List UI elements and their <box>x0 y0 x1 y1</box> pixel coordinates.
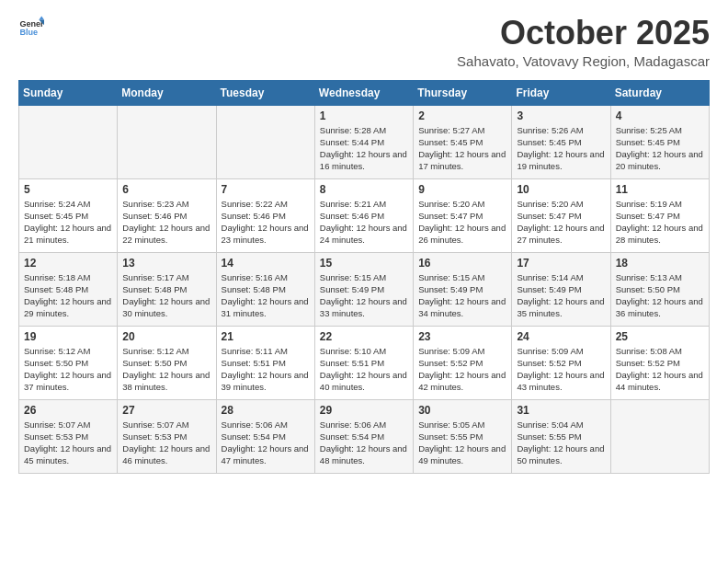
day-info: Sunrise: 5:20 AMSunset: 5:47 PMDaylight:… <box>517 198 605 247</box>
calendar-cell: 16Sunrise: 5:15 AMSunset: 5:49 PMDayligh… <box>414 252 512 326</box>
day-info: Sunrise: 5:15 AMSunset: 5:49 PMDaylight:… <box>418 271 506 320</box>
day-info: Sunrise: 5:10 AMSunset: 5:51 PMDaylight:… <box>320 345 408 394</box>
calendar-cell: 15Sunrise: 5:15 AMSunset: 5:49 PMDayligh… <box>314 252 413 326</box>
day-number: 5 <box>24 183 112 196</box>
day-number: 20 <box>122 330 210 343</box>
logo: General Blue <box>18 15 44 40</box>
day-number: 11 <box>616 183 704 196</box>
calendar-cell: 28Sunrise: 5:06 AMSunset: 5:54 PMDayligh… <box>216 399 314 473</box>
day-info: Sunrise: 5:14 AMSunset: 5:49 PMDaylight:… <box>517 271 605 320</box>
day-info: Sunrise: 5:07 AMSunset: 5:53 PMDaylight:… <box>122 419 210 467</box>
day-info: Sunrise: 5:27 AMSunset: 5:45 PMDaylight:… <box>418 124 506 173</box>
calendar-cell: 29Sunrise: 5:06 AMSunset: 5:54 PMDayligh… <box>314 399 413 473</box>
calendar-cell <box>216 105 314 178</box>
day-info: Sunrise: 5:12 AMSunset: 5:50 PMDaylight:… <box>24 345 112 394</box>
day-info: Sunrise: 5:28 AMSunset: 5:44 PMDaylight:… <box>320 124 408 173</box>
day-info: Sunrise: 5:09 AMSunset: 5:52 PMDaylight:… <box>418 345 506 394</box>
day-info: Sunrise: 5:06 AMSunset: 5:54 PMDaylight:… <box>222 419 310 467</box>
day-number: 30 <box>418 404 506 417</box>
day-number: 7 <box>222 183 310 196</box>
day-of-week-header: Saturday <box>610 80 709 105</box>
day-info: Sunrise: 5:15 AMSunset: 5:49 PMDaylight:… <box>320 271 408 320</box>
calendar-cell: 20Sunrise: 5:12 AMSunset: 5:50 PMDayligh… <box>118 326 216 399</box>
day-info: Sunrise: 5:23 AMSunset: 5:46 PMDaylight:… <box>122 198 210 247</box>
location-title: Sahavato, Vatovavy Region, Madagascar <box>457 53 710 69</box>
calendar-cell: 8Sunrise: 5:21 AMSunset: 5:46 PMDaylight… <box>314 178 413 252</box>
day-number: 12 <box>24 257 112 270</box>
day-info: Sunrise: 5:20 AMSunset: 5:47 PMDaylight:… <box>418 198 506 247</box>
calendar-cell: 2Sunrise: 5:27 AMSunset: 5:45 PMDaylight… <box>414 105 512 178</box>
calendar-cell: 1Sunrise: 5:28 AMSunset: 5:44 PMDaylight… <box>314 105 413 178</box>
day-number: 17 <box>517 257 605 270</box>
calendar-cell: 12Sunrise: 5:18 AMSunset: 5:48 PMDayligh… <box>19 252 118 326</box>
calendar-cell: 18Sunrise: 5:13 AMSunset: 5:50 PMDayligh… <box>610 252 709 326</box>
day-info: Sunrise: 5:04 AMSunset: 5:55 PMDaylight:… <box>517 419 605 467</box>
day-info: Sunrise: 5:19 AMSunset: 5:47 PMDaylight:… <box>616 198 704 247</box>
day-number: 3 <box>517 109 605 122</box>
day-of-week-header: Wednesday <box>314 80 413 105</box>
calendar-cell: 3Sunrise: 5:26 AMSunset: 5:45 PMDaylight… <box>512 105 610 178</box>
day-number: 15 <box>320 257 408 270</box>
calendar-cell: 5Sunrise: 5:24 AMSunset: 5:45 PMDaylight… <box>19 178 118 252</box>
calendar-cell: 6Sunrise: 5:23 AMSunset: 5:46 PMDaylight… <box>118 178 216 252</box>
calendar-cell <box>118 105 216 178</box>
day-number: 16 <box>418 257 506 270</box>
calendar-cell: 25Sunrise: 5:08 AMSunset: 5:52 PMDayligh… <box>610 326 709 399</box>
month-title: October 2025 <box>457 15 710 52</box>
day-info: Sunrise: 5:18 AMSunset: 5:48 PMDaylight:… <box>24 271 112 320</box>
calendar-table: SundayMondayTuesdayWednesdayThursdayFrid… <box>18 80 710 474</box>
day-number: 24 <box>517 330 605 343</box>
day-number: 19 <box>24 330 112 343</box>
title-block: October 2025 Sahavato, Vatovavy Region, … <box>457 15 710 69</box>
day-info: Sunrise: 5:12 AMSunset: 5:50 PMDaylight:… <box>122 345 210 394</box>
day-info: Sunrise: 5:06 AMSunset: 5:54 PMDaylight:… <box>320 419 408 467</box>
calendar-cell: 9Sunrise: 5:20 AMSunset: 5:47 PMDaylight… <box>414 178 512 252</box>
calendar-cell: 17Sunrise: 5:14 AMSunset: 5:49 PMDayligh… <box>512 252 610 326</box>
day-of-week-header: Monday <box>118 80 216 105</box>
calendar-cell: 19Sunrise: 5:12 AMSunset: 5:50 PMDayligh… <box>19 326 118 399</box>
calendar-cell: 26Sunrise: 5:07 AMSunset: 5:53 PMDayligh… <box>19 399 118 473</box>
day-number: 25 <box>616 330 704 343</box>
calendar-cell: 4Sunrise: 5:25 AMSunset: 5:45 PMDaylight… <box>610 105 709 178</box>
calendar-cell: 30Sunrise: 5:05 AMSunset: 5:55 PMDayligh… <box>414 399 512 473</box>
calendar-cell: 21Sunrise: 5:11 AMSunset: 5:51 PMDayligh… <box>216 326 314 399</box>
day-info: Sunrise: 5:13 AMSunset: 5:50 PMDaylight:… <box>616 271 704 320</box>
day-number: 14 <box>222 257 310 270</box>
day-of-week-header: Thursday <box>414 80 512 105</box>
calendar-cell: 31Sunrise: 5:04 AMSunset: 5:55 PMDayligh… <box>512 399 610 473</box>
day-number: 27 <box>122 404 210 417</box>
day-of-week-header: Friday <box>512 80 610 105</box>
day-of-week-header: Tuesday <box>216 80 314 105</box>
calendar-cell: 10Sunrise: 5:20 AMSunset: 5:47 PMDayligh… <box>512 178 610 252</box>
day-info: Sunrise: 5:16 AMSunset: 5:48 PMDaylight:… <box>222 271 310 320</box>
day-info: Sunrise: 5:26 AMSunset: 5:45 PMDaylight:… <box>517 124 605 173</box>
calendar-cell: 24Sunrise: 5:09 AMSunset: 5:52 PMDayligh… <box>512 326 610 399</box>
day-number: 13 <box>122 257 210 270</box>
day-info: Sunrise: 5:24 AMSunset: 5:45 PMDaylight:… <box>24 198 112 247</box>
logo-icon: General Blue <box>18 15 44 40</box>
day-info: Sunrise: 5:22 AMSunset: 5:46 PMDaylight:… <box>222 198 310 247</box>
calendar-cell: 22Sunrise: 5:10 AMSunset: 5:51 PMDayligh… <box>314 326 413 399</box>
day-info: Sunrise: 5:05 AMSunset: 5:55 PMDaylight:… <box>418 419 506 467</box>
day-info: Sunrise: 5:11 AMSunset: 5:51 PMDaylight:… <box>222 345 310 394</box>
calendar-cell: 11Sunrise: 5:19 AMSunset: 5:47 PMDayligh… <box>610 178 709 252</box>
day-number: 10 <box>517 183 605 196</box>
day-number: 22 <box>320 330 408 343</box>
calendar-cell: 14Sunrise: 5:16 AMSunset: 5:48 PMDayligh… <box>216 252 314 326</box>
svg-marker-2 <box>39 16 44 19</box>
day-number: 28 <box>222 404 310 417</box>
day-number: 31 <box>517 404 605 417</box>
day-number: 23 <box>418 330 506 343</box>
calendar-cell: 13Sunrise: 5:17 AMSunset: 5:48 PMDayligh… <box>118 252 216 326</box>
day-info: Sunrise: 5:09 AMSunset: 5:52 PMDaylight:… <box>517 345 605 394</box>
day-info: Sunrise: 5:07 AMSunset: 5:53 PMDaylight:… <box>24 419 112 467</box>
calendar-cell: 27Sunrise: 5:07 AMSunset: 5:53 PMDayligh… <box>118 399 216 473</box>
day-number: 18 <box>616 257 704 270</box>
calendar-cell: 7Sunrise: 5:22 AMSunset: 5:46 PMDaylight… <box>216 178 314 252</box>
day-number: 21 <box>222 330 310 343</box>
day-number: 26 <box>24 404 112 417</box>
day-info: Sunrise: 5:08 AMSunset: 5:52 PMDaylight:… <box>616 345 704 394</box>
calendar-cell <box>19 105 118 178</box>
calendar-cell: 23Sunrise: 5:09 AMSunset: 5:52 PMDayligh… <box>414 326 512 399</box>
day-number: 2 <box>418 109 506 122</box>
